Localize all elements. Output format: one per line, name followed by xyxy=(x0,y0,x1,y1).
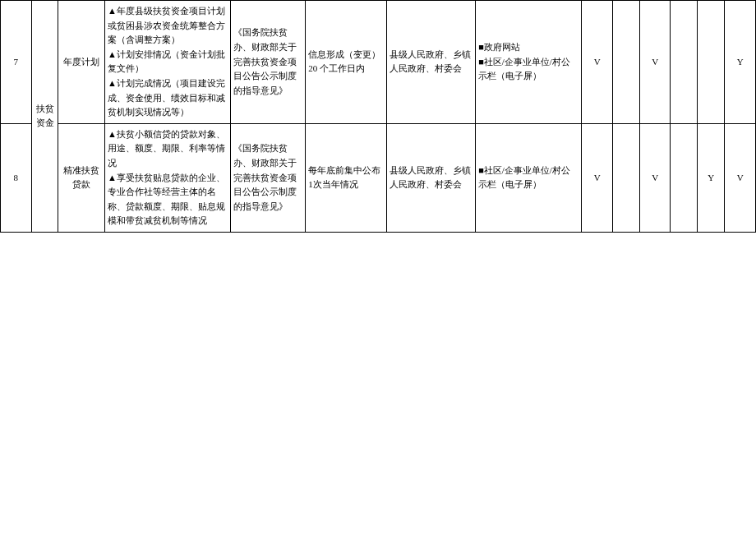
table-row: 7 扶贫资金 年度计划 ▲年度县级扶贫资金项目计划或贫困县涉农资金统筹整合方案（… xyxy=(1,1,756,124)
time-cell: 信息形成（变更）20 个工作日内 xyxy=(306,1,387,124)
mark-cell: Y xyxy=(698,123,725,232)
mark-cell: V xyxy=(639,1,671,124)
category-level2: 精准扶贫贷款 xyxy=(58,123,104,232)
mark-cell xyxy=(698,1,725,124)
channel-cell: ■政府网站■社区/企事业单位/村公示栏（电子屏） xyxy=(476,1,582,124)
mark-cell: V xyxy=(639,123,671,232)
basis-cell: 《国务院扶贫办、财政部关于完善扶贫资金项目公告公示制度的指导意见》 xyxy=(230,123,306,232)
basis-cell: 《国务院扶贫办、财政部关于完善扶贫资金项目公告公示制度的指导意见》 xyxy=(230,1,306,124)
subject-cell: 县级人民政府、乡镇人民政府、村委会 xyxy=(387,123,476,232)
data-table: 7 扶贫资金 年度计划 ▲年度县级扶贫资金项目计划或贫困县涉农资金统筹整合方案（… xyxy=(0,0,756,233)
row-num: 7 xyxy=(1,1,32,124)
category-level1: 扶贫资金 xyxy=(31,1,58,233)
mark-cell: V xyxy=(582,123,613,232)
mark-cell xyxy=(671,123,698,232)
content-cell: ▲扶贫小额信贷的贷款对象、用途、额度、期限、利率等情况▲享受扶贫贴息贷款的企业、… xyxy=(104,123,230,232)
mark-cell: V xyxy=(725,123,756,232)
row-num: 8 xyxy=(1,123,32,232)
time-cell: 每年底前集中公布1次当年情况 xyxy=(306,123,387,232)
table-row: 8 精准扶贫贷款 ▲扶贫小额信贷的贷款对象、用途、额度、期限、利率等情况▲享受扶… xyxy=(1,123,756,232)
mark-cell: V xyxy=(582,1,613,124)
category-level2: 年度计划 xyxy=(58,1,104,124)
content-cell: ▲年度县级扶贫资金项目计划或贫困县涉农资金统筹整合方案（含调整方案）▲计划安排情… xyxy=(104,1,230,124)
mark-cell xyxy=(612,123,639,232)
mark-cell: Y xyxy=(725,1,756,124)
mark-cell xyxy=(612,1,639,124)
subject-cell: 县级人民政府、乡镇人民政府、村委会 xyxy=(387,1,476,124)
channel-cell: ■社区/企事业单位/村公示栏（电子屏） xyxy=(476,123,582,232)
mark-cell xyxy=(671,1,698,124)
